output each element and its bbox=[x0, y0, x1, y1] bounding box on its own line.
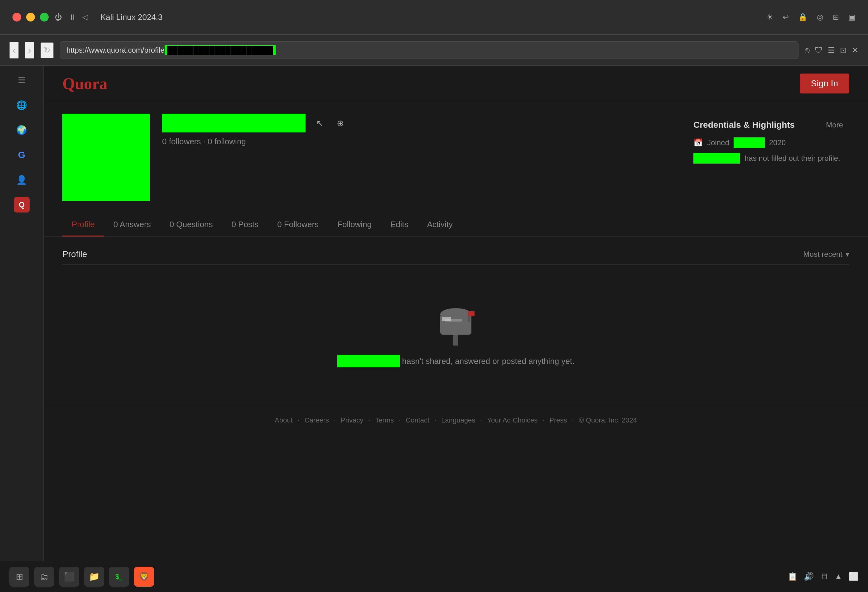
traffic-lights bbox=[12, 13, 49, 22]
window-title: Kali Linux 2024.3 bbox=[100, 12, 760, 22]
sidebar-user-icon[interactable]: 👤 bbox=[14, 172, 30, 188]
joined-row: 📅 Joined 2020 bbox=[694, 137, 843, 148]
lock-icon: 🔒 bbox=[798, 13, 807, 22]
footer-ad-choices[interactable]: Your Ad Choices bbox=[487, 416, 537, 424]
footer-careers[interactable]: Careers bbox=[305, 416, 329, 424]
tab-profile[interactable]: Profile bbox=[62, 214, 104, 237]
taskbar-file-manager-icon[interactable]: 📁 bbox=[84, 567, 104, 587]
cursor-icon: ↖ bbox=[312, 115, 328, 131]
footer-contact[interactable]: Contact bbox=[406, 416, 429, 424]
url-redacted: ████████████████████ bbox=[165, 45, 276, 55]
taskbar-files-icon[interactable]: 🗂 bbox=[34, 567, 54, 587]
joined-label: Joined bbox=[707, 138, 729, 147]
location-icon: ◎ bbox=[817, 13, 824, 22]
footer-sep-5: · bbox=[434, 416, 436, 424]
calendar-icon: 📅 bbox=[694, 138, 703, 147]
svg-rect-5 bbox=[468, 311, 475, 316]
quora-logo: Quora bbox=[62, 75, 107, 93]
footer-links: About · Careers · Privacy · Terms · Cont… bbox=[62, 416, 849, 424]
footer-sep-4: · bbox=[399, 416, 401, 424]
refresh-button[interactable]: ↻ bbox=[41, 43, 54, 58]
tab-questions[interactable]: 0 Questions bbox=[160, 214, 222, 237]
credentials-header: Credentials & Highlights More bbox=[694, 120, 843, 130]
url-bar[interactable]: https://www.quora.com/profile███████████… bbox=[60, 41, 799, 59]
taskbar-brave-icon[interactable]: 🦁 bbox=[134, 567, 154, 587]
tab-followers[interactable]: 0 Followers bbox=[268, 214, 328, 237]
quora-page: Quora Sign In ↖ ⊕ bbox=[44, 66, 868, 592]
url-prefix: https://www.quora.com/profile bbox=[66, 46, 165, 54]
chevron-down-icon: ▾ bbox=[846, 250, 849, 259]
footer-sep-3: · bbox=[368, 416, 370, 424]
profile-info: ↖ ⊕ 0 followers · 0 following bbox=[162, 114, 675, 201]
empty-username-redacted bbox=[337, 355, 400, 367]
followers-text: 0 followers · 0 following bbox=[162, 137, 675, 146]
pip-icon[interactable]: ⊡ bbox=[840, 46, 847, 55]
footer-languages[interactable]: Languages bbox=[441, 416, 475, 424]
profile-name-row: ↖ ⊕ bbox=[162, 114, 675, 133]
browser-right-icons: ⎋ 🛡 ☰ ⊡ ✕ bbox=[805, 46, 859, 55]
joined-month-redacted bbox=[734, 137, 765, 148]
back-nav-button[interactable]: ‹ bbox=[9, 42, 19, 59]
footer-terms[interactable]: Terms bbox=[375, 416, 394, 424]
joined-year: 2020 bbox=[769, 138, 786, 147]
footer-privacy[interactable]: Privacy bbox=[341, 416, 363, 424]
footer-about[interactable]: About bbox=[275, 416, 293, 424]
taskbar-terminal-icon[interactable]: ⬛ bbox=[59, 567, 79, 587]
empty-state: hasn't shared, answered or posted anythi… bbox=[62, 271, 849, 392]
browser-content: Quora Sign In ↖ ⊕ bbox=[44, 66, 868, 592]
sidebar-toggle-icon[interactable]: ☰ bbox=[14, 72, 30, 88]
more-link[interactable]: More bbox=[826, 121, 843, 129]
share-icon[interactable]: ⎋ bbox=[805, 46, 810, 55]
tab-edits[interactable]: Edits bbox=[381, 214, 418, 237]
profile-left bbox=[62, 114, 150, 201]
fullscreen-button[interactable] bbox=[40, 13, 49, 22]
taskbar-grid-icon[interactable]: ⊞ bbox=[9, 567, 29, 587]
url-text: https://www.quora.com/profile███████████… bbox=[66, 46, 792, 54]
pause-icon: ⏸ bbox=[69, 13, 76, 22]
not-filled-text: has not filled out their profile. bbox=[744, 154, 840, 163]
minimize-button[interactable] bbox=[26, 13, 35, 22]
empty-text: hasn't shared, answered or posted anythi… bbox=[402, 356, 574, 366]
brightness-icon: ☀ bbox=[766, 13, 773, 22]
profile-action-icons: ↖ ⊕ bbox=[312, 115, 348, 131]
tab-following[interactable]: Following bbox=[328, 214, 381, 237]
profile-avatar bbox=[62, 114, 150, 201]
sort-label: Most recent bbox=[803, 250, 843, 259]
tab-answers[interactable]: 0 Answers bbox=[104, 214, 160, 237]
sidebar-quora-icon[interactable]: Q bbox=[14, 197, 30, 212]
main-layout: ☰ 🌐 🌍 G 👤 Q + Quora Sign In bbox=[0, 66, 868, 592]
taskbar-volume-icon[interactable]: 🔊 bbox=[804, 572, 814, 582]
sidebar-world-icon[interactable]: 🌍 bbox=[14, 122, 30, 138]
tab-posts[interactable]: 0 Posts bbox=[222, 214, 268, 237]
sidebar-globe-icon[interactable]: 🌐 bbox=[14, 97, 30, 113]
close-button[interactable] bbox=[12, 13, 21, 22]
shield-icon[interactable]: 🛡 bbox=[815, 46, 823, 55]
credentials-title: Credentials & Highlights bbox=[694, 120, 795, 130]
sidebar-google-icon[interactable]: G bbox=[14, 147, 30, 163]
sidebar: ☰ 🌐 🌍 G 👤 Q + bbox=[0, 66, 44, 592]
quora-footer: About · Careers · Privacy · Terms · Cont… bbox=[44, 405, 868, 436]
menu-icon[interactable]: ☰ bbox=[828, 46, 835, 55]
credentials-panel: Credentials & Highlights More 📅 Joined 2… bbox=[687, 114, 849, 201]
taskbar-display-icon[interactable]: 🖥 bbox=[820, 572, 828, 582]
taskbar: ⊞ 🗂 ⬛ 📁 $_ 🦁 📋 🔊 🖥 ▲ ⬜ bbox=[0, 561, 868, 592]
footer-sep-1: · bbox=[298, 416, 300, 424]
taskbar-clipboard-icon: 📋 bbox=[788, 572, 797, 582]
taskbar-cli-icon[interactable]: $_ bbox=[109, 567, 129, 587]
not-filled-row: has not filled out their profile. bbox=[694, 153, 843, 163]
footer-copyright: © Quora, Inc. 2024 bbox=[579, 416, 637, 424]
taskbar-window-icon[interactable]: ⬜ bbox=[849, 572, 859, 582]
footer-press[interactable]: Press bbox=[549, 416, 567, 424]
window-chrome: ⏻ ⏸ ◁ Kali Linux 2024.3 ☀ ↩ 🔒 ◎ ⊞ ▣ bbox=[0, 0, 868, 35]
empty-text-row: hasn't shared, answered or posted anythi… bbox=[337, 355, 574, 367]
profile-content: Profile Most recent ▾ bbox=[44, 237, 868, 405]
tab-activity[interactable]: Activity bbox=[418, 214, 462, 237]
taskbar-chevron-up-icon[interactable]: ▲ bbox=[834, 572, 843, 582]
forward-nav-button[interactable]: › bbox=[25, 42, 34, 59]
share-profile-icon[interactable]: ⊕ bbox=[332, 115, 348, 131]
sign-in-button[interactable]: Sign In bbox=[800, 74, 849, 93]
close-window-icon[interactable]: ✕ bbox=[852, 46, 859, 55]
sort-dropdown[interactable]: Most recent ▾ bbox=[803, 250, 849, 259]
footer-sep-6: · bbox=[480, 416, 482, 424]
window-control-icons: ☀ ↩ 🔒 ◎ ⊞ ▣ bbox=[766, 13, 856, 22]
